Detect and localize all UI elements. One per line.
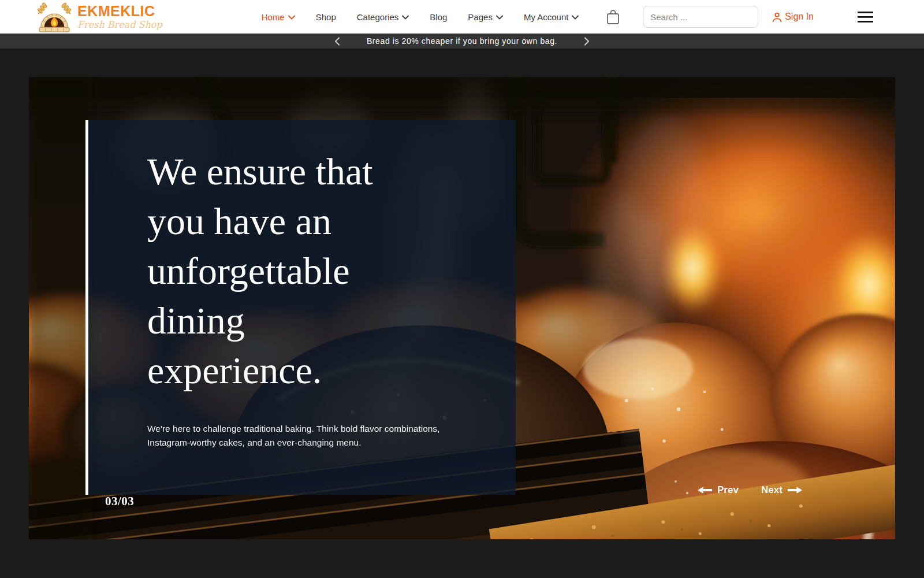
subtitle-line: We're here to challenge traditional baki… bbox=[147, 422, 493, 436]
announcement-text: Bread is 20% cheaper if you bring your o… bbox=[367, 36, 557, 46]
site-header: EKMEKLIC Fresh Bread Shop Home Shop Cate… bbox=[0, 0, 924, 34]
hero-headline: We ensure that you have an unforgettable… bbox=[147, 147, 493, 395]
sign-in-label: Sign In bbox=[785, 12, 814, 22]
chevron-down-icon bbox=[496, 15, 503, 20]
main-nav: Home Shop Categories Blog Pages My Accou… bbox=[262, 12, 579, 22]
menu-icon[interactable] bbox=[858, 12, 873, 23]
chevron-down-icon bbox=[402, 15, 409, 20]
user-icon bbox=[772, 12, 782, 22]
slide-counter: 03/03 bbox=[105, 494, 134, 509]
prev-label: Prev bbox=[717, 484, 739, 496]
brand-logo[interactable]: EKMEKLIC Fresh Bread Shop bbox=[36, 1, 162, 32]
chevron-down-icon bbox=[572, 15, 579, 20]
nav-item-home[interactable]: Home bbox=[262, 12, 295, 22]
chevron-down-icon bbox=[288, 15, 295, 20]
nav-item-pages[interactable]: Pages bbox=[468, 12, 503, 22]
slider-prev-button[interactable]: Prev bbox=[698, 484, 739, 496]
nav-label: Categories bbox=[357, 12, 399, 22]
slider-next-button[interactable]: Next bbox=[761, 484, 802, 496]
announcement-bar: Bread is 20% cheaper if you bring your o… bbox=[0, 34, 924, 49]
brand-name: EKMEKLIC bbox=[77, 4, 162, 18]
sign-in-button[interactable]: Sign In bbox=[772, 12, 814, 22]
hero-slider: We ensure that you have an unforgettable… bbox=[29, 77, 895, 539]
arrow-left-icon bbox=[698, 486, 712, 494]
headline-line: you have an bbox=[147, 197, 493, 246]
chevron-right-icon[interactable] bbox=[582, 36, 592, 47]
nav-item-shop[interactable]: Shop bbox=[316, 12, 336, 22]
subtitle-line: Instagram-worthy cakes, and an ever-chan… bbox=[147, 436, 493, 450]
hero-subtitle: We're here to challenge traditional baki… bbox=[147, 422, 493, 450]
nav-label: My Account bbox=[524, 12, 569, 22]
nav-item-my-account[interactable]: My Account bbox=[524, 12, 579, 22]
cart-icon[interactable] bbox=[606, 9, 620, 25]
search-input[interactable] bbox=[643, 6, 758, 28]
nav-label: Blog bbox=[430, 12, 447, 22]
header-actions: Sign In bbox=[606, 6, 873, 28]
headline-line: dining bbox=[147, 296, 493, 346]
nav-label: Pages bbox=[468, 12, 493, 22]
arrow-right-icon bbox=[788, 486, 802, 494]
oven-logo-icon bbox=[36, 1, 73, 32]
chevron-left-icon[interactable] bbox=[332, 36, 342, 47]
next-label: Next bbox=[761, 484, 783, 496]
hero-text-panel: We ensure that you have an unforgettable… bbox=[85, 120, 516, 495]
headline-line: unforgettable bbox=[147, 246, 493, 296]
nav-label: Home bbox=[262, 12, 285, 22]
nav-item-blog[interactable]: Blog bbox=[430, 12, 447, 22]
nav-label: Shop bbox=[316, 12, 336, 22]
brand-tagline: Fresh Bread Shop bbox=[77, 20, 162, 29]
nav-item-categories[interactable]: Categories bbox=[357, 12, 409, 22]
headline-line: We ensure that bbox=[147, 147, 493, 197]
headline-line: experience. bbox=[147, 346, 493, 395]
